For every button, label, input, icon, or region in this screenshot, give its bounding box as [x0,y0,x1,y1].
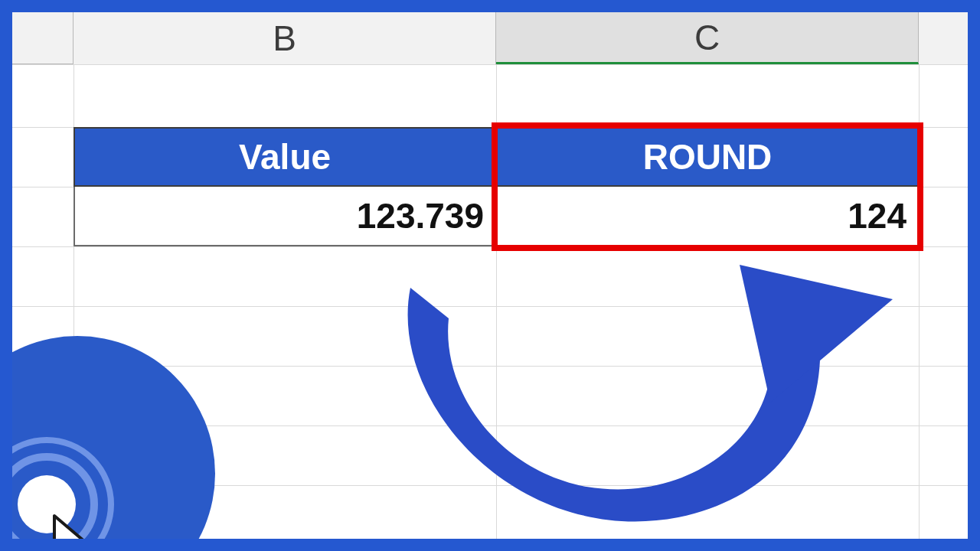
cell-rounded-value[interactable]: 124 [496,187,919,246]
column-header-c[interactable]: C [496,12,919,64]
column-c-label: C [694,17,720,58]
spreadsheet-area: B C Value ROUND 123.739 1 [12,12,968,539]
channel-logo-badge [12,336,215,539]
rounded-value-text: 124 [848,195,906,236]
header-value-label: Value [239,136,331,178]
cursor-arrow-icon [47,512,116,539]
table-header-row: Value ROUND [74,127,919,187]
column-header-row: B C [12,12,968,64]
input-value-text: 123.739 [357,195,484,236]
column-b-label: B [273,18,296,59]
header-round-label: ROUND [643,136,773,178]
thumbnail-frame: B C Value ROUND 123.739 1 [0,0,980,551]
table-data-row: 123.739 124 [74,187,919,246]
column-header-next[interactable] [919,12,968,64]
header-cell-round[interactable]: ROUND [496,127,919,187]
cell-input-value[interactable]: 123.739 [74,187,496,246]
header-stub [12,12,74,64]
data-table: Value ROUND 123.739 124 [74,127,919,246]
curved-up-arrow-icon [341,242,893,539]
column-header-b[interactable]: B [74,12,496,64]
header-cell-value[interactable]: Value [74,127,496,187]
